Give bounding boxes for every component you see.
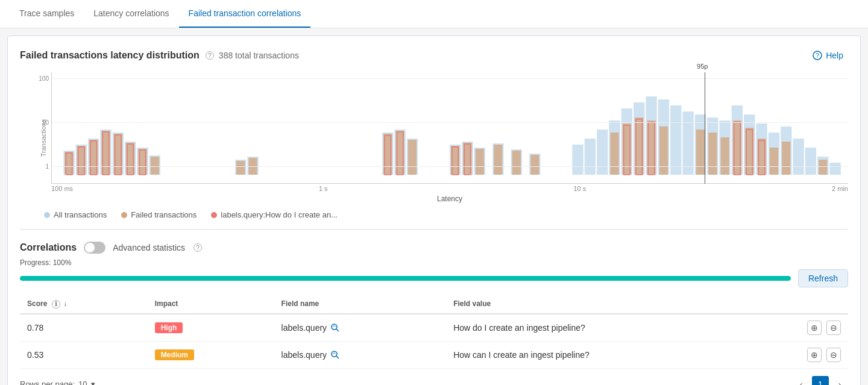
legend-dot-failed (121, 212, 127, 218)
field-name-wrapper-1: labels.query (281, 323, 439, 333)
legend-dot-all (44, 212, 50, 218)
correlations-table: Score ℹ ↓ Impact Field name Field value … (20, 295, 848, 369)
progress-label: Progress: 100% (20, 258, 848, 267)
filter-icon-2[interactable] (330, 350, 340, 360)
svg-rect-58 (476, 149, 484, 175)
svg-rect-69 (720, 137, 729, 175)
advanced-stats-toggle[interactable] (84, 242, 105, 254)
refresh-button[interactable]: Refresh (798, 269, 848, 287)
table-row: 0.53 Medium labels.query How can I creat… (20, 341, 848, 368)
y-axis-label: Transactions (40, 119, 47, 157)
legend-labels-query: labels.query:How do I create an... (211, 210, 338, 219)
col-score[interactable]: Score ℹ ↓ (20, 295, 148, 314)
svg-rect-39 (793, 139, 804, 175)
x-axis-ticks: 100 ms 1 s 10 s 2 min (51, 184, 848, 192)
impact-badge-medium: Medium (155, 349, 194, 360)
tab-latency-correlations[interactable]: Latency correlations (84, 0, 178, 28)
impact-cell-1: High (148, 314, 274, 342)
svg-rect-50 (151, 157, 159, 175)
add-filter-btn-2[interactable]: ⊕ (807, 348, 822, 362)
progress-bar-container: Refresh (20, 269, 848, 287)
col-actions (800, 295, 848, 314)
x-axis-label: Latency (51, 195, 848, 203)
progress-area: Progress: 100% Refresh (20, 258, 848, 287)
section-divider (20, 229, 848, 230)
field-name-cell-2: labels.query (274, 341, 447, 368)
col-field-name[interactable]: Field name (274, 295, 447, 314)
actions-cell-1: ⊕ ⊖ (800, 314, 848, 342)
legend-failed-transactions: Failed transactions (121, 210, 197, 219)
svg-rect-68 (708, 133, 717, 175)
svg-rect-66 (659, 127, 668, 175)
svg-rect-74 (782, 142, 790, 175)
correlations-header: Correlations Advanced statistics ? (20, 242, 848, 254)
add-filter-btn-1[interactable]: ⊕ (807, 321, 822, 335)
svg-rect-21 (572, 145, 583, 175)
svg-rect-51 (236, 161, 245, 175)
progress-bar-background (20, 276, 791, 281)
row-actions-1: ⊕ ⊖ (807, 321, 841, 335)
svg-rect-60 (512, 151, 521, 175)
y-tick-100: 100 (39, 75, 49, 82)
col-impact[interactable]: Impact (148, 295, 274, 314)
svg-line-96 (336, 356, 339, 358)
chart-legend: All transactions Failed transactions lab… (44, 210, 848, 219)
histogram-svg (51, 72, 848, 184)
top-tabs-bar: Trace samples Latency correlations Faile… (0, 0, 868, 28)
prev-page-button[interactable]: ‹ (793, 376, 810, 386)
svg-point-93 (332, 324, 337, 330)
svg-rect-22 (585, 139, 596, 175)
svg-point-95 (332, 351, 337, 357)
page-1-button[interactable]: 1 (812, 376, 829, 386)
svg-rect-40 (805, 148, 816, 175)
chart-title-group: Failed transactions latency distribution… (20, 50, 299, 61)
progress-bar-fill (20, 276, 791, 281)
percentile-label: 95p (697, 63, 708, 70)
table-row: 0.78 High labels.query How do I create a… (20, 314, 848, 342)
advanced-stats-info-icon[interactable]: ? (193, 243, 202, 252)
svg-text:?: ? (816, 52, 819, 59)
svg-rect-29 (670, 105, 681, 175)
sort-icon: ↓ (63, 299, 67, 308)
field-value-cell-2: How can I create an ingest pipeline? (446, 341, 800, 368)
table-header-row: Score ℹ ↓ Impact Field name Field value (20, 295, 848, 314)
y-tick-1: 1 (45, 163, 49, 170)
x-tick-100ms: 100 ms (51, 185, 73, 192)
remove-filter-btn-2[interactable]: ⊖ (826, 348, 841, 362)
advanced-stats-label: Advanced statistics (113, 243, 185, 252)
chart-subtitle: 388 total transactions (219, 51, 299, 60)
col-field-value[interactable]: Field value (446, 295, 800, 314)
remove-filter-btn-1[interactable]: ⊖ (826, 321, 841, 335)
svg-rect-75 (819, 160, 827, 175)
row-actions-2: ⊕ ⊖ (807, 348, 841, 362)
impact-cell-2: Medium (148, 341, 274, 368)
histogram-container: Transactions 100 10 1 95p (30, 72, 848, 203)
actions-cell-2: ⊕ ⊖ (800, 341, 848, 368)
field-name-wrapper-2: labels.query (281, 350, 439, 360)
score-cell-2: 0.53 (20, 341, 148, 368)
rows-per-page[interactable]: Rows per page: 10 ▾ (20, 380, 95, 385)
correlations-title: Correlations (20, 242, 77, 253)
svg-rect-73 (770, 148, 778, 175)
chart-area: 100 10 1 95p (51, 72, 848, 184)
legend-all-transactions: All transactions (44, 210, 107, 219)
chart-info-icon[interactable]: ? (206, 51, 214, 60)
tab-trace-samples[interactable]: Trace samples (10, 0, 84, 28)
chart-header: Failed transactions latency distribution… (20, 48, 848, 63)
svg-rect-59 (494, 145, 502, 175)
filter-icon-1[interactable] (330, 323, 340, 333)
grid-line-100 (51, 78, 848, 79)
help-icon: ? (813, 51, 822, 60)
next-page-button[interactable]: › (831, 376, 848, 386)
y-axis-line (51, 72, 52, 184)
x-axis-line (51, 183, 848, 184)
svg-rect-55 (408, 140, 417, 175)
svg-rect-61 (530, 155, 539, 175)
score-cell-1: 0.78 (20, 314, 148, 342)
field-value-cell-1: How do I create an ingest pipeline? (446, 314, 800, 342)
help-button[interactable]: ? Help (808, 48, 848, 63)
impact-badge-high: High (155, 322, 183, 333)
score-info-icon[interactable]: ℹ (52, 300, 60, 308)
percentile-marker: 95p (705, 72, 705, 184)
tab-failed-transaction-correlations[interactable]: Failed transaction correlations (179, 0, 311, 28)
